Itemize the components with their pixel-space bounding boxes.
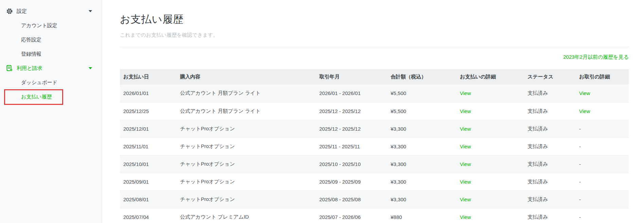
table-cell: 支払済み: [524, 137, 576, 155]
table-cell: View: [457, 155, 524, 173]
table-cell: 2025/12 - 2025/12: [316, 120, 387, 137]
table-cell: 支払済み: [524, 173, 576, 190]
gear-icon: [6, 8, 13, 15]
sidebar-item-payment-history[interactable]: お支払い履歴: [0, 90, 102, 104]
table-row: 2025/08/01チャットProオプション2025/08 - 2025/08¥…: [120, 190, 629, 208]
table-cell: 支払済み: [524, 120, 576, 137]
table-cell: チャットProオプション: [177, 190, 316, 208]
table-cell: 支払済み: [524, 102, 576, 120]
table-cell: 2025/10 - 2025/10: [316, 155, 387, 173]
payment-detail-view-link[interactable]: View: [460, 126, 471, 132]
column-header: 取引年月: [316, 69, 387, 85]
table-cell: View: [457, 120, 524, 137]
payment-detail-view-link[interactable]: View: [460, 108, 471, 114]
table-cell: 2025/12/01: [120, 120, 177, 137]
table-cell: ¥880: [387, 208, 457, 223]
table-cell: ¥5,500: [387, 85, 457, 102]
table-cell: ¥3,300: [387, 190, 457, 208]
table-row: 2026/01/01公式アカウント 月額プラン ライト2026/01 - 202…: [120, 85, 629, 102]
sidebar-item-dashboard[interactable]: ダッシュボード: [0, 75, 102, 90]
payment-detail-view-link[interactable]: View: [460, 144, 471, 149]
billing-icon: [6, 65, 13, 72]
table-cell: -: [576, 208, 629, 223]
table-cell: 支払済み: [524, 85, 576, 102]
table-cell: -: [576, 137, 629, 155]
table-cell: View: [457, 137, 524, 155]
transaction-detail-view-link[interactable]: View: [579, 108, 590, 114]
payment-detail-view-link[interactable]: View: [460, 179, 471, 185]
section-divider: [120, 47, 629, 47]
table-cell: View: [457, 190, 524, 208]
table-cell: 2025/12/25: [120, 102, 177, 120]
payment-detail-view-link[interactable]: View: [460, 197, 471, 202]
table-cell: チャットProオプション: [177, 155, 316, 173]
table-cell: View: [457, 173, 524, 190]
sidebar-section-label: 設定: [17, 8, 27, 15]
table-cell: -: [576, 173, 629, 190]
sidebar-item-registration-info[interactable]: 登録情報: [0, 47, 102, 61]
sidebar-item-response-settings[interactable]: 応答設定: [0, 33, 102, 47]
page-subtitle: これまでのお支払い履歴を確認できます。: [120, 32, 629, 38]
history-link-row: 2023年2月以前の履歴を見る: [120, 54, 629, 60]
payment-detail-view-link[interactable]: View: [460, 90, 471, 96]
table-cell: -: [576, 120, 629, 137]
table-cell: View: [457, 102, 524, 120]
table-cell: 2025/09 - 2025/09: [316, 173, 387, 190]
table-body: 2026/01/01公式アカウント 月額プラン ライト2026/01 - 202…: [120, 85, 629, 223]
table-cell: 支払済み: [524, 208, 576, 223]
payment-detail-view-link[interactable]: View: [460, 161, 471, 167]
table-cell: View: [576, 102, 629, 120]
older-history-link[interactable]: 2023年2月以前の履歴を見る: [563, 54, 629, 60]
table-cell: 2025/07/04: [120, 208, 177, 223]
table-row: 2025/10/01チャットProオプション2025/10 - 2025/10¥…: [120, 155, 629, 173]
table-cell: チャットProオプション: [177, 137, 316, 155]
column-header: ステータス: [524, 69, 576, 85]
table-cell: 2025/10/01: [120, 155, 177, 173]
sidebar-item-account-settings[interactable]: アカウント設定: [0, 18, 102, 33]
sidebar-section-usage-billing[interactable]: 利用と請求: [0, 61, 102, 75]
table-row: 2025/12/01チャットProオプション2025/12 - 2025/12¥…: [120, 120, 629, 137]
column-header: お支払いの詳細: [457, 69, 524, 85]
chevron-down-icon: [89, 67, 92, 69]
table-cell: 2025/09/01: [120, 173, 177, 190]
table-row: 2025/11/01チャットProオプション2025/11 - 2025/11¥…: [120, 137, 629, 155]
table-cell: -: [576, 190, 629, 208]
transaction-detail-view-link[interactable]: View: [579, 90, 590, 96]
payment-detail-view-link[interactable]: View: [460, 214, 471, 220]
table-cell: View: [457, 208, 524, 223]
sidebar-section-settings[interactable]: 設定: [0, 4, 102, 18]
table-cell: ¥3,300: [387, 173, 457, 190]
sidebar-item-label: お支払い履歴: [21, 94, 52, 100]
sidebar-item-label: ダッシュボード: [21, 79, 57, 86]
table-cell: 2025/07 - 2026/06: [316, 208, 387, 223]
column-header: 購入内容: [177, 69, 316, 85]
table-cell: 支払済み: [524, 190, 576, 208]
sidebar-section-label: 利用と請求: [17, 65, 42, 72]
table-row: 2025/07/04公式アカウント プレミアムID2025/07 - 2026/…: [120, 208, 629, 223]
payment-history-page: お支払い履歴 これまでのお支払い履歴を確認できます。 2023年2月以前の履歴を…: [120, 0, 629, 223]
table-cell: 公式アカウント 月額プラン ライト: [177, 85, 316, 102]
table-cell: -: [576, 155, 629, 173]
table-row: 2025/09/01チャットProオプション2025/09 - 2025/09¥…: [120, 173, 629, 190]
payment-history-table: お支払い日購入内容取引年月合計額（税込）お支払いの詳細ステータスお取引の詳細 2…: [120, 69, 629, 223]
column-header: お支払い日: [120, 69, 177, 85]
settings-sidebar: 設定 アカウント設定 応答設定 登録情報 利用と請求 ダッシュボード お支払い履…: [0, 0, 102, 223]
table-cell: ¥3,300: [387, 155, 457, 173]
table-cell: 2025/12 - 2025/12: [316, 102, 387, 120]
table-cell: 2025/08/01: [120, 190, 177, 208]
table-cell: 2026/01/01: [120, 85, 177, 102]
table-cell: 2025/11 - 2025/11: [316, 137, 387, 155]
table-row: 2025/12/25公式アカウント 月額プラン ライト2025/12 - 202…: [120, 102, 629, 120]
table-cell: 公式アカウント プレミアムID: [177, 208, 316, 223]
table-cell: ¥3,300: [387, 137, 457, 155]
table-cell: 支払済み: [524, 155, 576, 173]
sidebar-item-label: 応答設定: [21, 37, 41, 43]
table-cell: 2025/11/01: [120, 137, 177, 155]
sidebar-item-label: 登録情報: [21, 51, 41, 57]
table-cell: ¥3,300: [387, 120, 457, 137]
table-cell: View: [576, 85, 629, 102]
table-cell: ¥5,500: [387, 102, 457, 120]
column-header: お取引の詳細: [576, 69, 629, 85]
table-cell: View: [457, 85, 524, 102]
sidebar-item-label: アカウント設定: [21, 22, 57, 29]
